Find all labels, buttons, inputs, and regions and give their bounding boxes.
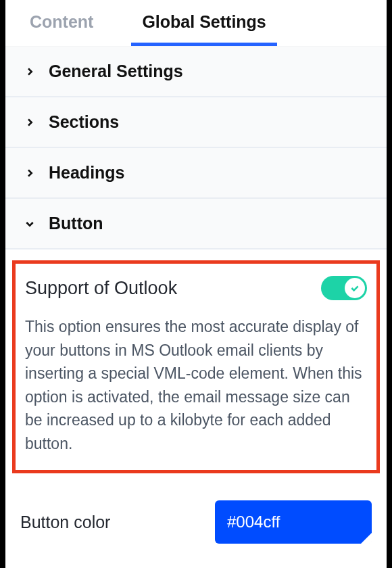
tab-content[interactable]: Content (19, 0, 104, 46)
accordion-label: Button (49, 214, 103, 233)
accordion: General Settings Sections Headings Butto… (5, 47, 387, 250)
toggle-knob (345, 278, 365, 298)
outlook-description: This option ensures the most accurate di… (25, 315, 367, 455)
button-color-swatch[interactable]: #004cff (215, 500, 372, 544)
accordion-item-headings[interactable]: Headings (5, 148, 387, 199)
chevron-right-icon (24, 168, 35, 179)
tab-global-settings[interactable]: Global Settings (131, 0, 276, 46)
accordion-label: General Settings (49, 62, 183, 81)
chevron-down-icon (24, 218, 35, 229)
button-color-row: Button color #004cff (5, 473, 387, 544)
accordion-label: Sections (49, 112, 119, 132)
outlook-title: Support of Outlook (25, 278, 177, 299)
outlook-header: Support of Outlook (25, 276, 367, 300)
outlook-toggle[interactable] (321, 276, 367, 300)
accordion-item-sections[interactable]: Sections (5, 97, 387, 148)
accordion-item-general[interactable]: General Settings (5, 47, 387, 97)
resize-corner-icon (361, 533, 372, 544)
chevron-right-icon (24, 117, 35, 128)
tabs-bar: Content Global Settings (5, 0, 387, 47)
button-color-value: #004cff (227, 513, 280, 531)
chevron-right-icon (24, 66, 35, 77)
accordion-item-button[interactable]: Button (5, 199, 387, 250)
outlook-support-section: Support of Outlook This option ensures t… (12, 260, 380, 473)
button-color-label: Button color (20, 513, 110, 532)
accordion-label: Headings (49, 163, 125, 183)
check-icon (349, 283, 360, 293)
